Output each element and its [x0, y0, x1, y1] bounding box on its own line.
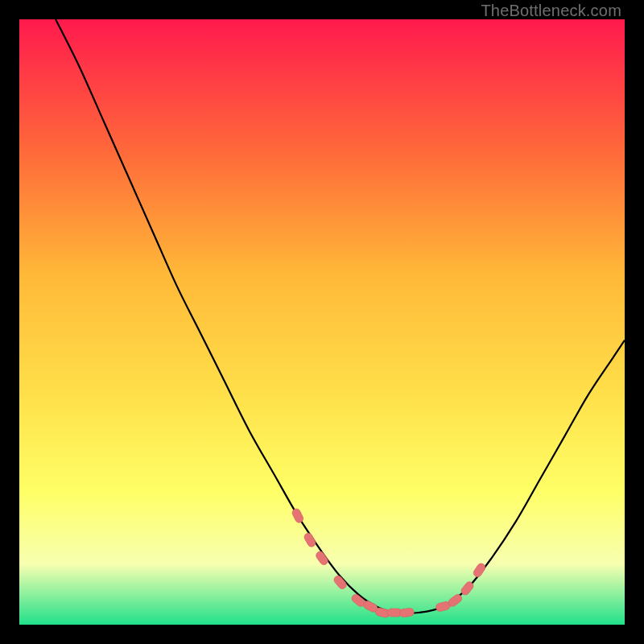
gradient-background	[19, 19, 625, 625]
watermark-text: TheBottleneck.com	[481, 2, 621, 20]
chart-frame	[19, 19, 625, 625]
bottleneck-chart	[19, 19, 625, 625]
